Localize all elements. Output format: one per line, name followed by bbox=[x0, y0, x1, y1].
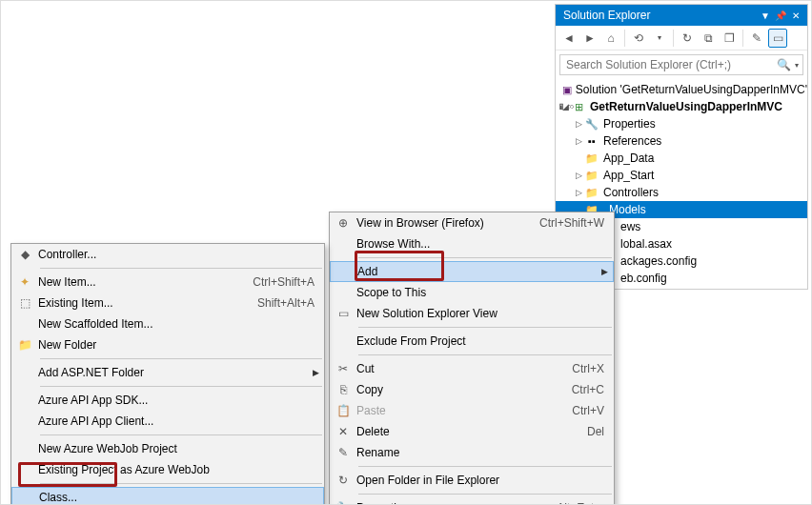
separator bbox=[358, 257, 612, 258]
refresh-icon[interactable]: ↻ bbox=[678, 29, 697, 48]
search-icon[interactable]: 🔍 bbox=[773, 58, 791, 71]
new-item-icon: ✦ bbox=[11, 275, 38, 289]
menu-browse-with[interactable]: Browse With... bbox=[330, 233, 614, 254]
menu-cut[interactable]: ✂ Cut Ctrl+X bbox=[330, 358, 614, 379]
menu-existing-item[interactable]: ⬚ Existing Item... Shift+Alt+A bbox=[11, 293, 324, 313]
menu-rename[interactable]: ✎ Rename bbox=[330, 442, 614, 463]
menu-copy[interactable]: ⎘ Copy Ctrl+C bbox=[330, 379, 614, 400]
preview-icon[interactable]: ▭ bbox=[768, 29, 787, 48]
pin-icon[interactable]: 📌 bbox=[773, 8, 788, 23]
solution-explorer-toolbar: ◄ ► ⌂ ⟲ ▾ ↻ ⧉ ❐ ✎ ▭ bbox=[556, 26, 807, 50]
open-folder-icon: ↻ bbox=[330, 474, 356, 487]
separator bbox=[40, 386, 322, 387]
menu-open-folder[interactable]: ↻ Open Folder in File Explorer bbox=[330, 470, 614, 491]
show-all-icon[interactable]: ❐ bbox=[720, 29, 739, 48]
expander-icon[interactable]: ▷ bbox=[573, 171, 584, 180]
menu-aspnet-folder[interactable]: Add ASP.NET Folder ▶ bbox=[11, 362, 324, 383]
sync-icon[interactable]: ⟲ bbox=[629, 29, 648, 48]
separator bbox=[358, 354, 612, 355]
search-box[interactable]: 🔍 ▾ bbox=[559, 54, 803, 75]
menu-add[interactable]: Add ▶ bbox=[330, 261, 614, 282]
properties-node[interactable]: ▷ 🔧 Properties bbox=[556, 115, 807, 132]
search-dropdown-icon[interactable]: ▾ bbox=[791, 61, 799, 70]
separator bbox=[40, 434, 322, 435]
search-input[interactable] bbox=[564, 57, 773, 72]
menu-new-solution-explorer[interactable]: ▭ New Solution Explorer View bbox=[330, 303, 614, 324]
references-icon: ▪▪ bbox=[584, 133, 599, 149]
expander-icon[interactable]: ◢ bbox=[559, 102, 571, 111]
solution-icon: ▣ bbox=[562, 82, 572, 97]
separator bbox=[40, 268, 322, 269]
menu-delete[interactable]: ✕ Delete Del bbox=[330, 421, 614, 442]
menu-new-item[interactable]: ✦ New Item... Ctrl+Shift+A bbox=[11, 272, 324, 293]
back-icon[interactable]: ◄ bbox=[559, 29, 579, 48]
new-folder-icon: 📁 bbox=[11, 338, 38, 352]
menu-controller[interactable]: ◆ Controller... bbox=[11, 244, 324, 265]
properties-icon[interactable]: ✎ bbox=[747, 29, 766, 48]
chevron-right-icon: ▶ bbox=[311, 368, 324, 377]
expander-icon[interactable]: ▷ bbox=[573, 188, 584, 197]
existing-item-icon: ⬚ bbox=[11, 296, 38, 310]
menu-class[interactable]: Class... bbox=[11, 487, 324, 505]
folder-icon: 📁 bbox=[584, 168, 599, 183]
controller-icon: ◆ bbox=[11, 248, 38, 261]
folder-node[interactable]: ▷ 📁 App_Start bbox=[556, 167, 807, 184]
wrench-icon: 🔧 bbox=[584, 116, 599, 131]
separator bbox=[358, 494, 612, 495]
home-icon[interactable]: ⌂ bbox=[601, 29, 620, 48]
rename-icon: ✎ bbox=[330, 446, 356, 459]
menu-paste: 📋 Paste Ctrl+V bbox=[330, 400, 614, 421]
menu-view-in-browser[interactable]: ⊕ View in Browser (Firefox) Ctrl+Shift+W bbox=[330, 212, 614, 233]
browser-icon: ⊕ bbox=[330, 216, 356, 230]
solution-explorer-titlebar: Solution Explorer ▼ 📌 ✕ bbox=[556, 5, 807, 26]
menu-new-azure-webjob[interactable]: New Azure WebJob Project bbox=[11, 438, 324, 459]
menu-properties[interactable]: 🔧 Properties Alt+Enter bbox=[330, 497, 614, 505]
dropdown-icon[interactable]: ▼ bbox=[758, 8, 773, 23]
menu-new-scaffolded[interactable]: New Scaffolded Item... bbox=[11, 313, 324, 334]
folder-icon: 📁 bbox=[584, 185, 599, 200]
solution-node[interactable]: ▣ Solution 'GetReturnValueUsingDapperInM… bbox=[556, 81, 807, 98]
menu-azure-api-sdk[interactable]: Azure API App SDK... bbox=[11, 390, 324, 411]
delete-icon: ✕ bbox=[330, 425, 356, 438]
chevron-down-icon[interactable]: ▾ bbox=[650, 29, 669, 48]
menu-new-folder[interactable]: 📁 New Folder bbox=[11, 334, 324, 355]
separator bbox=[358, 466, 612, 467]
expander-icon[interactable]: ▷ bbox=[573, 119, 584, 129]
folder-node[interactable]: ▷ 📁 Controllers bbox=[556, 184, 807, 201]
folder-node[interactable]: 📁 App_Data bbox=[556, 150, 807, 167]
copy-icon: ⎘ bbox=[330, 383, 356, 396]
window-icon: ▭ bbox=[330, 307, 356, 320]
menu-existing-as-webjob[interactable]: Existing Project as Azure WebJob bbox=[11, 459, 324, 480]
context-menu-add: ◆ Controller... ✦ New Item... Ctrl+Shift… bbox=[10, 243, 325, 505]
references-node[interactable]: ▷ ▪▪ References bbox=[556, 132, 807, 150]
expander-icon[interactable]: ▷ bbox=[573, 136, 584, 146]
chevron-right-icon: ▶ bbox=[599, 267, 613, 276]
project-node[interactable]: �က ◢ ⊞ GetReturnValueUsingDapperInMVC bbox=[556, 98, 807, 115]
forward-icon[interactable]: ► bbox=[580, 29, 599, 48]
project-icon: ⊞ bbox=[571, 99, 586, 114]
separator bbox=[358, 327, 612, 328]
collapse-icon[interactable]: ⧉ bbox=[699, 29, 718, 48]
separator bbox=[40, 483, 322, 484]
close-icon[interactable]: ✕ bbox=[788, 8, 803, 23]
folder-icon: 📁 bbox=[584, 151, 599, 166]
paste-icon: 📋 bbox=[330, 404, 356, 417]
cut-icon: ✂ bbox=[330, 362, 356, 375]
menu-scope[interactable]: Scope to This bbox=[330, 282, 614, 303]
panel-title: Solution Explorer bbox=[559, 9, 758, 22]
menu-exclude[interactable]: Exclude From Project bbox=[330, 331, 614, 352]
separator bbox=[40, 358, 322, 359]
context-menu-primary: ⊕ View in Browser (Firefox) Ctrl+Shift+W… bbox=[329, 212, 615, 505]
properties-icon: 🔧 bbox=[330, 501, 356, 505]
menu-azure-api-client[interactable]: Azure API App Client... bbox=[11, 411, 324, 432]
